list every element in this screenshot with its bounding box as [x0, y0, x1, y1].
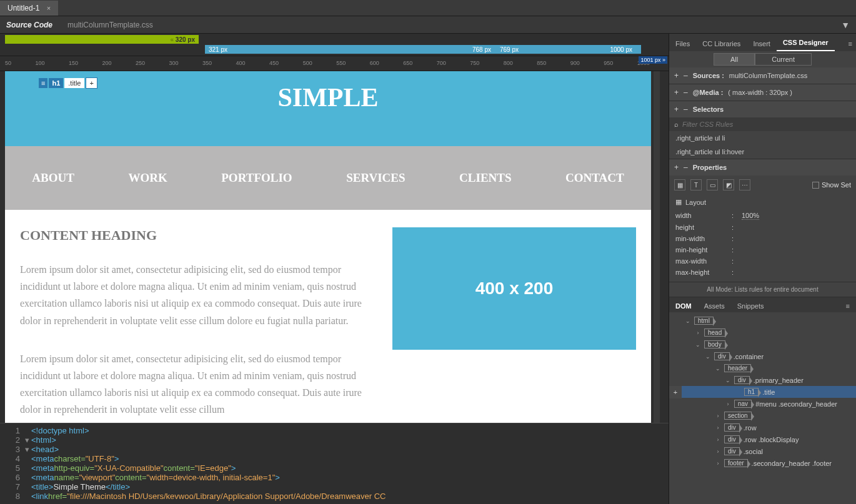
toggle-icon[interactable]: ⌄ [684, 318, 692, 324]
hamburger-icon[interactable]: ≡ [39, 78, 47, 88]
dom-node[interactable]: ›nav#menu .secondary_header [669, 398, 856, 410]
selected-class[interactable]: .title [64, 78, 84, 88]
dom-tag: footer [724, 459, 748, 467]
plus-icon[interactable]: + [674, 105, 679, 114]
close-icon[interactable]: × [47, 4, 51, 12]
filter-selectors[interactable]: ⌕ [669, 117, 856, 131]
page-subheader [5, 124, 651, 146]
more-icon[interactable]: ⋯ [739, 179, 750, 190]
toggle-icon[interactable]: › [714, 413, 722, 419]
search-icon: ⌕ [674, 121, 679, 128]
nav-link[interactable]: WORK [128, 171, 167, 185]
show-set-checkbox[interactable] [812, 182, 819, 189]
dom-tree[interactable]: ⌄html›head⌄body⌄div.container⌄header⌄div… [669, 312, 856, 504]
panel-tab[interactable]: CC Libraries [696, 36, 747, 51]
dom-tab[interactable]: Assets [698, 300, 731, 312]
media-section[interactable]: + – @Media : ( max-width : 320px ) [669, 84, 856, 101]
dom-node[interactable]: ⌄div.container [669, 350, 856, 362]
dom-node[interactable]: ⌄html [669, 315, 856, 327]
css-rule[interactable]: .right_article ul li [669, 131, 856, 145]
plus-icon[interactable]: + [674, 163, 679, 172]
toggle-icon[interactable]: › [714, 448, 722, 455]
add-node-button[interactable]: + [669, 386, 682, 398]
add-selector-button[interactable]: + [86, 77, 97, 89]
dom-node[interactable]: ⌄div.primary_header [669, 374, 856, 386]
dom-tag: header [724, 364, 751, 372]
dom-node[interactable]: ›head [669, 327, 856, 338]
source-code-tab[interactable]: Source Code [6, 21, 52, 29]
toggle-icon[interactable]: › [694, 330, 702, 336]
scrubber-marker[interactable]: 1001 px » [639, 56, 667, 64]
property-row[interactable]: max-height: [675, 267, 850, 278]
property-row[interactable]: max-width: [675, 255, 850, 267]
toggle-icon[interactable]: › [714, 437, 722, 443]
dom-node[interactable]: ›div.row [669, 422, 856, 433]
css-rule[interactable]: .right_article ul li:hover [669, 145, 856, 159]
nav-link[interactable]: CLIENTS [459, 171, 511, 185]
nav-link[interactable]: PORTFOLIO [221, 171, 292, 185]
dom-tab[interactable]: Snippets [731, 300, 770, 312]
dom-class: .container [734, 353, 764, 360]
dom-node[interactable]: ›div.row .blockDisplay [669, 433, 856, 445]
plus-icon[interactable]: + [674, 88, 679, 97]
dom-tab[interactable]: DOM [669, 300, 698, 312]
nav-link[interactable]: ABOUT [32, 171, 74, 185]
media-query-range[interactable]: 321 px 768 px 769 px 1000 px [205, 45, 641, 54]
toggle-icon[interactable]: ⌄ [714, 365, 722, 372]
scrollbar[interactable] [654, 71, 660, 423]
panel-tab[interactable]: Insert [747, 36, 777, 51]
properties-section[interactable]: + – Properties [669, 159, 856, 175]
page-header: SIMPLE [5, 71, 651, 124]
toggle-icon[interactable]: › [714, 460, 722, 467]
panel-tab[interactable]: CSS Designer [777, 35, 835, 51]
minus-icon[interactable]: – [684, 71, 688, 80]
panel-tab[interactable]: Files [669, 36, 696, 51]
minus-icon[interactable]: – [684, 88, 688, 97]
layout-icon[interactable]: ▦ [674, 179, 685, 190]
dom-tag: div [734, 376, 750, 384]
dom-node[interactable]: ›section [669, 410, 856, 422]
paragraph: Lorem ipsum dolor sit amet, consectetur … [20, 261, 374, 329]
filter-icon[interactable]: ▼ [841, 20, 850, 30]
dom-node[interactable]: ›div.social [669, 445, 856, 457]
toggle-icon[interactable]: › [724, 401, 732, 407]
selected-tag[interactable]: h1 [49, 78, 63, 88]
toggle-current[interactable]: Current [755, 53, 812, 66]
document-tab[interactable]: Untitled-1 × [0, 1, 58, 16]
minus-icon[interactable]: – [684, 105, 688, 114]
dom-tag: div [724, 447, 740, 455]
toggle-all[interactable]: All [714, 53, 755, 66]
nav-link[interactable]: SERVICES [346, 171, 405, 185]
sources-section[interactable]: + – Sources : multiColumnTemplate.css [669, 67, 856, 84]
live-preview-canvas[interactable]: SIMPLE ABOUTWORKPORTFOLIOSERVICESCLIENTS… [5, 71, 651, 423]
page-title[interactable]: SIMPLE [5, 82, 651, 112]
dom-class: .social [744, 448, 763, 455]
plus-icon[interactable]: + [674, 71, 679, 80]
dom-node[interactable]: ›footer.secondary_header .footer [669, 457, 856, 469]
dom-node[interactable]: ⌄header [669, 362, 856, 374]
dom-node[interactable]: h1.title+ [669, 386, 856, 398]
panel-menu-icon[interactable]: ≡ [840, 300, 856, 312]
dom-node[interactable]: ⌄body [669, 338, 856, 350]
toggle-icon[interactable]: › [714, 425, 722, 431]
property-row[interactable]: width:100% [675, 210, 850, 222]
nav-link[interactable]: CONTACT [565, 171, 624, 185]
property-row[interactable]: min-width: [675, 233, 850, 244]
property-row[interactable]: min-height: [675, 244, 850, 255]
panel-menu-icon[interactable]: ≡ [845, 36, 856, 51]
panel-tabs: FilesCC LibrariesInsertCSS Designer≡ [669, 34, 856, 51]
text-icon[interactable]: T [690, 179, 702, 190]
toggle-icon[interactable]: ⌄ [694, 342, 702, 348]
code-view[interactable]: 1 <!doctype html> 2▾<html> 3▾<head> 4 <m… [0, 423, 669, 504]
filter-input[interactable] [682, 121, 851, 128]
media-query-bar[interactable]: 320 px 321 px 768 px 769 px 1000 px [0, 34, 669, 56]
property-row[interactable]: height: [675, 222, 850, 233]
selectors-section[interactable]: + – Selectors [669, 101, 856, 117]
related-css-tab[interactable]: multiColumnTemplate.css [67, 21, 153, 29]
toggle-icon[interactable]: ⌄ [704, 353, 712, 360]
toggle-icon[interactable]: ⌄ [724, 377, 732, 383]
background-icon[interactable]: ◩ [723, 179, 734, 190]
border-icon[interactable]: ▭ [707, 179, 718, 190]
media-query-320[interactable]: 320 px [5, 35, 199, 44]
minus-icon[interactable]: – [684, 163, 688, 172]
